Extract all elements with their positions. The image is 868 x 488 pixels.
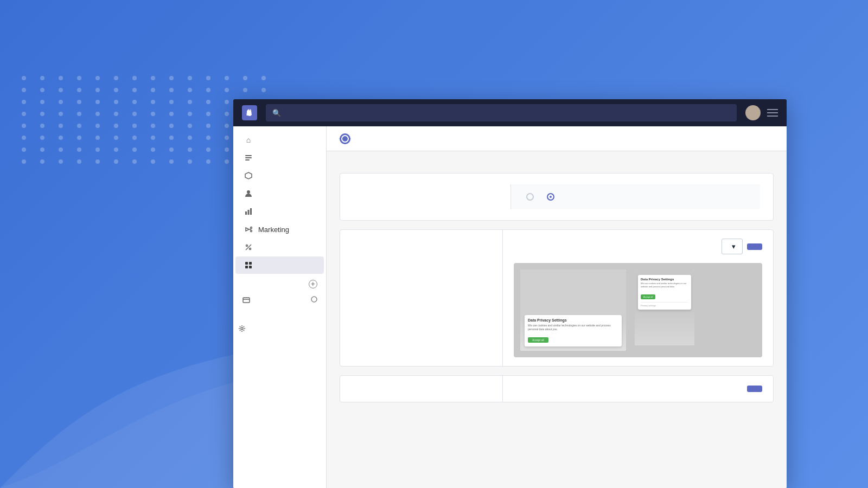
cookie-text-1: We use cookies and similar technologies … [528,324,618,331]
svg-rect-1 [245,157,252,158]
hamburger-line-3 [767,115,778,117]
sidebar-item-analytics[interactable] [235,203,324,220]
customizer-card: ▾ [340,229,774,367]
customizer-actions: ▾ [514,239,762,254]
breadcrumb [340,133,363,144]
sidebar-sales-channels-section: + [233,274,326,291]
app-icon [340,133,350,144]
search-bar[interactable]: 🔍 [266,104,737,121]
home-icon: ⌂ [244,136,253,144]
customize-button[interactable] [747,386,762,392]
svg-line-13 [246,245,251,250]
sidebar: ⌂ [233,126,327,488]
content-area: ⌂ [233,126,787,488]
top-bar-right [745,105,778,120]
cookie-btn-2: Accept all [641,294,655,299]
svg-point-4 [247,190,250,194]
analytics-icon [244,207,253,216]
page-body: ▾ [327,151,787,422]
orders-icon [244,153,253,162]
sidebar-item-products[interactable] [235,167,324,184]
svg-point-12 [250,248,251,250]
activate-left [353,195,510,198]
online-store-expand-icon [311,295,317,305]
sidebar-item-discounts[interactable] [235,239,324,256]
svg-point-20 [311,297,317,302]
cookie-btn-1: Accept all [528,337,548,343]
radio-off[interactable] [526,193,534,201]
main-content: ▾ [327,151,787,488]
activate-right [510,184,760,209]
sidebar-label-marketing: Marketing [258,226,289,234]
cookie-text-2: We use cookies and similar technologies … [641,282,688,288]
preview-card-1: Data Privacy Settings We use cookies and… [520,269,626,351]
svg-rect-6 [248,210,250,215]
svg-rect-7 [250,208,252,215]
customers-icon [244,189,253,198]
svg-point-10 [251,230,252,232]
preview-card-2: Data Privacy Settings We use cookies and… [635,269,694,345]
sidebar-item-home[interactable]: ⌂ [235,131,324,149]
apps-icon [244,261,253,269]
sidebar-item-settings[interactable] [235,320,324,337]
products-icon [244,171,253,180]
customizer-left [340,230,503,366]
svg-point-11 [246,245,248,247]
search-icon: 🔍 [272,109,281,117]
discounts-icon [244,243,253,252]
svg-point-9 [251,227,252,229]
add-sales-channel-button[interactable]: + [309,280,317,288]
toggle-on-group [542,193,554,201]
chevron-down-icon: ▾ [732,242,736,251]
cookie-header-2: Data Privacy Settings [641,278,688,281]
toggle-off-group [522,193,534,201]
breadcrumb-bar [327,126,787,151]
cookie-footer-2: Privacy settings [641,302,688,307]
svg-rect-17 [249,266,252,268]
svg-marker-3 [245,172,252,179]
svg-rect-5 [245,211,247,215]
sidebar-item-marketing[interactable]: Marketing [235,221,324,238]
customizer-card-inner: ▾ [340,230,773,366]
sidebar-item-orders[interactable] [235,149,324,166]
svg-rect-0 [245,155,252,156]
svg-point-21 [241,328,243,330]
activate-card-inner [340,174,773,220]
more-actions-button[interactable]: ▾ [722,239,743,254]
marketing-icon [244,225,253,234]
shopify-logo [242,105,257,120]
settings-icon [238,324,246,333]
online-store-icon [242,296,251,304]
settings-card [340,375,774,402]
settings-right [503,377,773,401]
svg-rect-14 [245,262,248,265]
customizer-right: ▾ [503,230,773,366]
svg-rect-18 [243,298,250,303]
svg-rect-2 [245,159,250,160]
svg-rect-15 [249,262,252,265]
activate-card [340,173,774,221]
online-store-left [242,296,256,304]
main-wrapper: ▾ [327,126,787,488]
customizer-button[interactable] [747,243,762,250]
sidebar-item-customers[interactable] [235,185,324,202]
hamburger-line-2 [767,112,778,113]
settings-card-inner [340,376,773,402]
top-bar: 🔍 [233,99,787,126]
sidebar-item-apps[interactable] [235,256,324,274]
settings-left [340,376,503,402]
hamburger-line-1 [767,109,778,110]
user-avatar[interactable] [745,105,761,120]
svg-rect-16 [245,266,248,268]
cookie-header-1: Data Privacy Settings [528,318,618,322]
preview-area: Data Privacy Settings We use cookies and… [514,263,762,357]
wave-decoration [0,271,244,488]
menu-button[interactable] [767,109,778,117]
shopify-window: 🔍 ⌂ [233,99,787,488]
sidebar-item-online-store[interactable] [233,291,326,309]
radio-on[interactable] [547,193,554,201]
